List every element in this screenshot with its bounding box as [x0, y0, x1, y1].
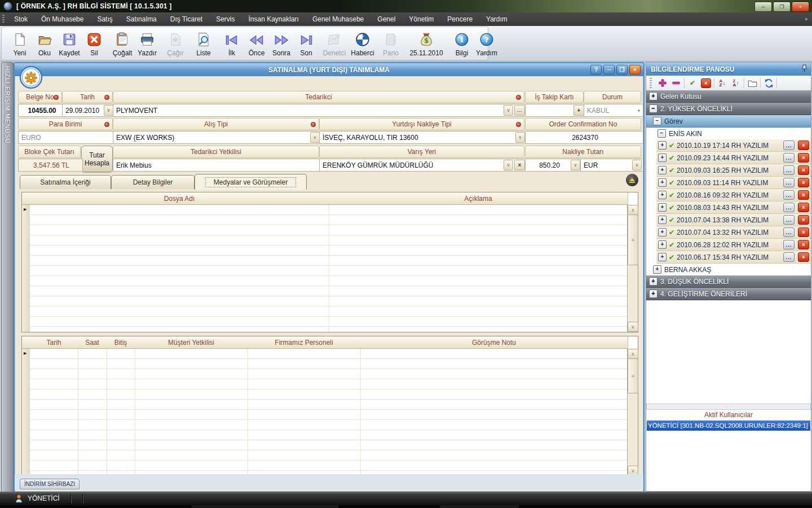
panel-splitter[interactable]: ····	[646, 404, 811, 410]
expand-icon[interactable]: +	[649, 92, 657, 100]
grid-row[interactable]	[30, 440, 628, 450]
meeting-grid-scrollbar[interactable]: ∧ ≡ ∨	[627, 349, 638, 476]
task-detail-button[interactable]: ...	[783, 240, 795, 249]
next-button[interactable]: Sonra	[269, 29, 294, 58]
col-saat[interactable]: Saat	[78, 336, 107, 349]
task-item[interactable]: +✔2010.09.23 14:44 RH YAZILIM...×	[656, 152, 811, 164]
task-item[interactable]: +✔2010.06.17 15:34 RH YAZILIM...×	[656, 251, 811, 264]
scroll-thumb[interactable]: ≡	[628, 358, 638, 393]
task-item[interactable]: +✔2010.08.16 09:32 RH YAZILIM...×	[656, 189, 811, 202]
folder-button[interactable]	[747, 77, 758, 89]
expand-icon[interactable]: +	[658, 228, 667, 237]
restore-button[interactable]: ❐	[773, 2, 791, 12]
grid-row[interactable]	[30, 420, 628, 430]
collapse-icon[interactable]: −	[653, 117, 661, 125]
refresh-button[interactable]	[763, 77, 774, 89]
window-close-button[interactable]: ×	[629, 65, 641, 75]
col-bitis[interactable]: Bitiş	[107, 336, 135, 349]
scroll-up-icon[interactable]: ∧	[628, 349, 638, 359]
date-button[interactable]: $ 25.11.2010	[407, 29, 446, 58]
tarih-dropdown-icon[interactable]: ∨	[104, 105, 113, 116]
task-delete-button[interactable]: ×	[798, 165, 809, 175]
toolbar-overflow-icon[interactable]: ▾	[483, 51, 486, 56]
menu-genel-muhasebe[interactable]: Genel Muhasebe	[306, 12, 370, 26]
col-musteri-yetkilisi[interactable]: Müşteri Yetkilisi	[135, 336, 248, 349]
task-delete-button[interactable]: ×	[798, 215, 809, 225]
col-gorusme-notu[interactable]: Görüşme Notu	[360, 336, 628, 349]
grid-row[interactable]	[30, 349, 628, 359]
collapse-icon[interactable]: −	[657, 129, 666, 138]
expand-icon[interactable]: +	[658, 240, 667, 249]
col-tarih[interactable]: Tarih	[30, 336, 78, 349]
task-delete-button[interactable]: ×	[798, 227, 809, 237]
help-button[interactable]: ? Yardım	[474, 29, 499, 58]
yurtdisi-dropdown-icon[interactable]: ∨	[515, 132, 525, 143]
varis-yeri-dropdown-icon[interactable]: ∨	[504, 160, 513, 170]
task-detail-button[interactable]: ...	[783, 227, 795, 237]
expand-icon[interactable]: +	[658, 178, 667, 187]
tab-medyalar-ve-gorusmeler[interactable]: Medyalar ve Görüşmeler	[195, 174, 307, 190]
grid-row[interactable]	[30, 410, 628, 420]
is-takip-add-button[interactable]: +	[573, 105, 584, 116]
task-item[interactable]: +✔2010.07.04 13:32 RH YAZILIM...×	[656, 226, 811, 239]
remove-item-button[interactable]	[670, 77, 682, 89]
tab-satinalma-icerigi[interactable]: Satınalma İçeriği	[20, 175, 111, 189]
belge-no-field[interactable]: 10455.00	[18, 104, 64, 117]
node-enis-akin[interactable]: −ENİS AKIN	[646, 128, 811, 139]
nakliye-dropdown-icon[interactable]: ∨	[571, 160, 580, 170]
currency-dropdown-icon[interactable]: ∨	[632, 160, 642, 170]
tarih-field[interactable]: 29.09.2010∨	[62, 104, 115, 117]
alis-tipi-dropdown-icon[interactable]: ∨	[310, 132, 320, 143]
task-detail-button[interactable]: ...	[783, 252, 795, 262]
task-delete-button[interactable]: ×	[798, 178, 809, 187]
expand-icon[interactable]: +	[658, 166, 667, 174]
task-item[interactable]: +✔2010.06.28 12:02 RH YAZILIM...×	[656, 239, 811, 251]
info-button[interactable]: i Bilgi	[449, 29, 474, 58]
scroll-up-icon[interactable]: ∧	[628, 205, 638, 215]
grid-row[interactable]	[30, 400, 628, 410]
node-yuksek-oncelikli[interactable]: −2. YÜKSEK ÖNCELİKLİ	[646, 103, 811, 115]
grid-row[interactable]	[30, 430, 628, 440]
menu-dis-ticaret[interactable]: Dış Ticaret	[164, 12, 209, 26]
minimize-button[interactable]: ─	[754, 2, 772, 12]
first-button[interactable]: İlk	[219, 29, 244, 58]
task-delete-button[interactable]: ×	[798, 153, 809, 163]
pin-icon[interactable]	[801, 64, 807, 74]
grid-row[interactable]	[30, 461, 628, 471]
grid-row[interactable]	[30, 359, 628, 369]
menu-insan-kaynaklari[interactable]: İnsan Kaynakları	[242, 12, 306, 26]
delete-button[interactable]: Sil	[82, 29, 107, 58]
scroll-down-icon[interactable]: ∨	[628, 322, 638, 332]
task-item[interactable]: +✔2010.08.03 14:43 RH YAZILIM...×	[656, 202, 811, 214]
expand-icon[interactable]: +	[658, 141, 667, 150]
task-detail-button[interactable]: ...	[783, 203, 795, 212]
is-takip-karti-field[interactable]: +	[525, 104, 586, 117]
menu-stok[interactable]: Stok	[7, 12, 34, 26]
menu-genel[interactable]: Genel	[370, 12, 402, 26]
task-detail-button[interactable]: ...	[783, 153, 795, 163]
tedarikci-browse-button[interactable]: ...	[514, 105, 525, 116]
node-berna-akkas[interactable]: +BERNA AKKAŞ	[646, 264, 811, 275]
durum-field[interactable]: KABUL▾	[584, 104, 643, 117]
indirim-sihirbazi-button[interactable]: İNDİRİM SİHİRBAZI	[20, 479, 80, 489]
close-button[interactable]: ×	[792, 2, 809, 12]
task-delete-button[interactable]: ×	[798, 203, 809, 212]
grid-row[interactable]	[30, 369, 628, 379]
media-grid-scrollbar[interactable]: ∧ ≡ ∨	[627, 205, 638, 332]
task-detail-button[interactable]: ...	[783, 190, 795, 200]
expand-icon[interactable]: +	[658, 191, 667, 199]
task-item[interactable]: +✔2010.09.03 11:14 RH YAZILIM...×	[656, 177, 811, 189]
node-gorev[interactable]: −Görev	[646, 115, 811, 128]
nakliye-tutari-field[interactable]: 850.20∨	[525, 159, 582, 172]
menu-servis[interactable]: Servis	[209, 12, 241, 26]
nakliye-currency-field[interactable]: EUR∨	[580, 159, 643, 172]
task-item[interactable]: +✔2010.07.04 13:38 RH YAZILIM...×	[656, 214, 811, 226]
expand-icon[interactable]: +	[658, 154, 667, 162]
satinalma-window-titlebar[interactable]: SATINALMA (YURT DIŞI) TANIMLAMA	[15, 63, 643, 76]
collapse-icon[interactable]: −	[649, 104, 657, 113]
previous-button[interactable]: Önce	[244, 29, 269, 58]
grid-row[interactable]	[30, 450, 628, 461]
window-maximize-button[interactable]: ❐	[616, 65, 628, 75]
col-aciklama[interactable]: Açıklama	[329, 192, 628, 205]
order-confirmation-no-field[interactable]: 2624370	[525, 131, 643, 144]
